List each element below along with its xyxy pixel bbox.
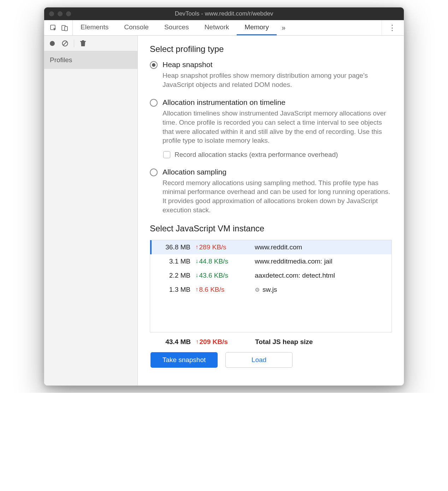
sidebar-toolbar — [44, 36, 137, 51]
tab-memory[interactable]: Memory — [237, 20, 277, 35]
arrow-up-icon: ↑ — [195, 286, 199, 293]
kebab-menu-icon[interactable]: ⋮ — [382, 20, 402, 35]
radio-allocation-sampling[interactable] — [150, 168, 158, 176]
sidebar-section-profiles[interactable]: Profiles — [44, 51, 137, 69]
option-title: Allocation instrumentation on timeline — [163, 98, 392, 107]
svg-rect-2 — [65, 26, 67, 31]
sidebar: Profiles — [44, 36, 138, 385]
device-toolbar-icon[interactable] — [61, 24, 68, 31]
checkbox-label: Record allocation stacks (extra performa… — [175, 151, 338, 159]
clear-icon[interactable] — [61, 40, 69, 47]
option-title: Heap snapshot — [163, 60, 392, 69]
vm-row[interactable]: 1.3 MB ↑8.6 KB/s ⚙sw.js — [150, 283, 391, 297]
option-allocation-timeline[interactable]: Allocation instrumentation on timeline A… — [150, 98, 392, 159]
vm-rate: ↓44.8 KB/s — [195, 258, 248, 265]
total-size: 43.4 MB — [153, 338, 196, 346]
vm-size: 36.8 MB — [153, 243, 195, 251]
vm-name: aaxdetect.com: detect.html — [248, 272, 335, 279]
checkbox-record-stacks[interactable] — [163, 151, 170, 158]
vm-row[interactable]: 36.8 MB ↑289 KB/s www.reddit.com — [150, 240, 391, 254]
svg-point-3 — [50, 41, 55, 46]
record-icon[interactable] — [48, 40, 56, 47]
main-panel: Select profiling type Heap snapshot Heap… — [138, 36, 404, 385]
option-allocation-sampling[interactable]: Allocation sampling Record memory alloca… — [150, 168, 392, 215]
vm-rate: ↑8.6 KB/s — [195, 286, 248, 294]
radio-allocation-timeline[interactable] — [150, 99, 158, 107]
vm-rate: ↑289 KB/s — [195, 243, 248, 251]
tab-console[interactable]: Console — [116, 20, 157, 35]
svg-rect-7 — [82, 40, 84, 41]
inspect-element-icon[interactable] — [50, 24, 57, 31]
arrow-up-icon: ↑ — [196, 338, 199, 345]
take-snapshot-button[interactable]: Take snapshot — [151, 352, 218, 368]
devtools-window: DevTools - www.reddit.com/r/webdev Eleme… — [44, 7, 404, 386]
option-desc: Allocation timelines show instrumented J… — [163, 109, 392, 145]
svg-line-5 — [63, 42, 67, 45]
arrow-down-icon: ↓ — [195, 258, 199, 265]
vm-rate: ↓43.6 KB/s — [195, 272, 248, 279]
vm-size: 1.3 MB — [153, 286, 195, 294]
checkbox-record-stacks-row[interactable]: Record allocation stacks (extra performa… — [163, 151, 392, 159]
vm-name: ⚙sw.js — [248, 286, 277, 294]
option-desc: Record memory allocations using sampling… — [163, 178, 392, 215]
tab-sources[interactable]: Sources — [157, 20, 197, 35]
tab-network[interactable]: Network — [197, 20, 237, 35]
heading-vm-instance: Select JavaScript VM instance — [150, 224, 392, 233]
tabs-overflow-icon[interactable]: » — [277, 24, 290, 32]
option-heap-snapshot[interactable]: Heap snapshot Heap snapshot profiles sho… — [150, 60, 392, 89]
gear-icon: ⚙ — [255, 286, 260, 293]
total-row: 43.4 MB ↑209 KB/s Total JS heap size — [150, 332, 392, 352]
option-title: Allocation sampling — [163, 168, 392, 176]
total-label: Total JS heap size — [249, 338, 313, 346]
heading-profiling-type: Select profiling type — [150, 44, 392, 54]
total-rate: ↑209 KB/s — [196, 338, 249, 346]
tab-elements[interactable]: Elements — [73, 20, 116, 35]
vm-size: 3.1 MB — [153, 258, 195, 265]
load-button[interactable]: Load — [225, 352, 293, 368]
delete-icon[interactable] — [79, 40, 87, 47]
vm-name: www.reddit.com — [248, 243, 302, 251]
vm-size: 2.2 MB — [153, 272, 195, 279]
panel-tabs-row: Elements Console Sources Network Memory … — [44, 20, 404, 36]
vm-instance-list: 36.8 MB ↑289 KB/s www.reddit.com 3.1 MB … — [150, 240, 392, 332]
vm-row[interactable]: 3.1 MB ↓44.8 KB/s www.redditmedia.com: j… — [150, 254, 391, 268]
window-title: DevTools - www.reddit.com/r/webdev — [44, 10, 404, 17]
toolbar-separator — [74, 40, 74, 47]
vm-row[interactable]: 2.2 MB ↓43.6 KB/s aaxdetect.com: detect.… — [150, 268, 391, 283]
arrow-up-icon: ↑ — [195, 244, 199, 251]
radio-heap-snapshot[interactable] — [150, 61, 158, 69]
action-buttons: Take snapshot Load — [150, 352, 392, 368]
arrow-down-icon: ↓ — [195, 272, 199, 279]
vm-list-spacer — [150, 297, 391, 332]
option-desc: Heap snapshot profiles show memory distr… — [163, 71, 392, 89]
vm-name: www.redditmedia.com: jail — [248, 258, 332, 265]
titlebar: DevTools - www.reddit.com/r/webdev — [44, 7, 404, 20]
panel-tabs: Elements Console Sources Network Memory … — [73, 20, 290, 35]
